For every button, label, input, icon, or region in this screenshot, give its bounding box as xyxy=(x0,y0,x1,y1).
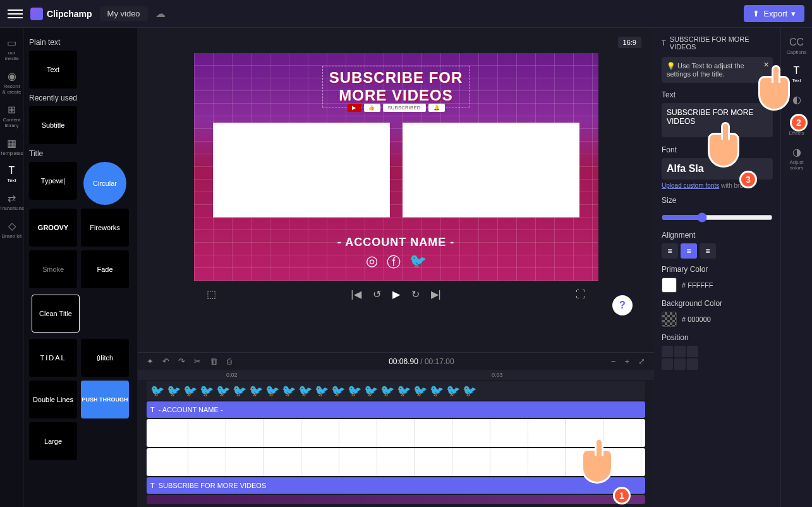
split-icon[interactable]: ⎙ xyxy=(227,357,232,366)
total-time: 00:17.00 xyxy=(425,357,454,366)
rail-transitions[interactable]: ⇄Transitions xyxy=(0,188,23,215)
preview-wrap: 16:9 SUBSCRIBE FOR MORE VIDEOS ▶ 👍 SUBSC… xyxy=(138,28,654,352)
forward-icon[interactable]: ↻ xyxy=(411,288,420,300)
rr-captions[interactable]: CCCaptions xyxy=(785,33,808,59)
track-text-account[interactable]: T - ACCOUNT NAME - xyxy=(147,401,645,418)
rail-templates[interactable]: ▦Templates xyxy=(0,133,23,160)
label-primary-color: Primary Color xyxy=(662,265,773,274)
undo-icon[interactable]: ↶ xyxy=(162,357,169,366)
rr-adjust-colors[interactable]: ◑Adjust colors xyxy=(781,142,812,174)
pos-mr[interactable] xyxy=(687,358,698,370)
rail-brand-kit[interactable]: ◇Brand kit xyxy=(0,216,23,243)
current-time: 00:06.90 xyxy=(389,357,418,366)
redo-icon[interactable]: ↷ xyxy=(178,357,185,366)
pos-tr[interactable] xyxy=(687,346,698,357)
video-placeholders xyxy=(213,123,579,217)
track-media-1[interactable] xyxy=(147,419,645,447)
preview-title-text[interactable]: SUBSCRIBE FOR MORE VIDEOS xyxy=(322,66,470,107)
preset-double-lines[interactable]: Double Lines xyxy=(29,381,77,418)
font-selector[interactable]: Alfa Sla xyxy=(662,158,773,180)
rewind-icon[interactable]: ↺ xyxy=(373,288,381,300)
track-social[interactable]: 🐦🐦🐦🐦🐦🐦🐦🐦🐦🐦🐦🐦🐦🐦🐦🐦🐦🐦🐦🐦 xyxy=(147,381,645,400)
play-icon[interactable]: ▶ xyxy=(392,288,400,300)
left-rail: ▭our media ◉Record & create ⊞Content lib… xyxy=(0,28,24,507)
preset-typewriter[interactable]: Typewr| xyxy=(29,162,77,200)
aspect-ratio-badge[interactable]: 16:9 xyxy=(618,37,641,48)
label-font: Font xyxy=(662,145,773,154)
size-slider[interactable] xyxy=(662,212,773,223)
track-background-video[interactable] xyxy=(147,495,645,504)
label-size: Size xyxy=(662,196,773,205)
preset-text[interactable]: Text xyxy=(29,51,77,89)
text-icon: T xyxy=(9,165,15,176)
skip-forward-icon[interactable]: ▶| xyxy=(431,288,441,300)
preset-large[interactable]: Large xyxy=(29,422,77,460)
pos-tc[interactable] xyxy=(674,346,686,357)
skip-back-icon[interactable]: |◀ xyxy=(351,288,361,300)
adjust-icon: ◑ xyxy=(792,146,801,158)
position-grid xyxy=(662,346,773,370)
video-title-input[interactable]: My video xyxy=(100,6,148,21)
text-content-input[interactable] xyxy=(662,103,773,137)
chevron-down-icon: ▾ xyxy=(791,9,796,18)
fit-icon[interactable]: ⤢ xyxy=(638,357,645,366)
crop-icon[interactable]: ⬚ xyxy=(207,288,216,300)
preset-smoke[interactable]: Smoke xyxy=(29,250,77,288)
cloud-sync-icon: ☁ xyxy=(155,8,166,20)
transitions-icon: ⇄ xyxy=(8,192,16,204)
align-left-button[interactable]: ≡ xyxy=(662,243,678,259)
zoom-out-icon[interactable]: − xyxy=(611,357,616,366)
preset-tidal[interactable]: TIDAL xyxy=(29,339,77,377)
primary-color-swatch[interactable] xyxy=(662,278,677,293)
rail-text[interactable]: TText xyxy=(0,161,23,187)
primary-color-hex: # FFFFFF xyxy=(682,281,713,289)
preset-glitch[interactable]: ꞬIitch xyxy=(81,339,129,377)
fullscreen-icon[interactable]: ⛶ xyxy=(576,289,586,300)
export-button[interactable]: ⬆ Export ▾ xyxy=(744,5,804,22)
preset-fireworks[interactable]: Fireworks xyxy=(81,209,129,247)
pos-mc[interactable] xyxy=(674,358,686,370)
rail-content-library[interactable]: ⊞Content library xyxy=(0,100,23,132)
subscribed-badge: SUBSCRIBED xyxy=(382,104,425,112)
close-tip-icon[interactable]: ✕ xyxy=(763,61,769,69)
timeline-ruler[interactable]: 0:02 0:03 xyxy=(138,370,654,380)
track-media-2[interactable] xyxy=(147,448,645,476)
account-name-text[interactable]: - ACCOUNT NAME - xyxy=(337,236,454,249)
align-center-button[interactable]: ≡ xyxy=(681,243,697,259)
preset-fade[interactable]: Fade xyxy=(81,250,129,288)
rr-text[interactable]: TText xyxy=(791,61,803,87)
bg-color-swatch[interactable] xyxy=(662,312,677,327)
magic-icon[interactable]: ✦ xyxy=(147,357,154,366)
text-type-icon: T xyxy=(662,39,666,47)
upload-fonts-link[interactable]: Upload custom fonts xyxy=(662,182,719,189)
preset-clean-title[interactable]: Clean Title xyxy=(32,295,80,333)
help-button[interactable]: ? xyxy=(612,295,633,315)
brand[interactable]: Clipchamp xyxy=(30,8,92,20)
filters-icon: ◐ xyxy=(792,94,801,106)
cut-icon[interactable]: ✂ xyxy=(194,357,201,366)
preset-groovy[interactable]: GROOVY xyxy=(29,209,77,247)
video-preview[interactable]: SUBSCRIBE FOR MORE VIDEOS ▶ 👍 SUBSCRIBED… xyxy=(194,53,598,281)
rail-record[interactable]: ◉Record & create xyxy=(0,66,23,99)
pos-ml[interactable] xyxy=(662,358,673,370)
label-text: Text xyxy=(662,90,773,99)
align-right-button[interactable]: ≡ xyxy=(700,243,716,259)
rr-filters[interactable]: ◐ xyxy=(791,90,803,111)
twitter-icon: 🐦 xyxy=(409,253,427,272)
youtube-icon: ▶ xyxy=(347,104,361,112)
preset-circular[interactable]: Circular xyxy=(83,162,126,205)
preset-subtitle[interactable]: Subtitle xyxy=(29,106,77,144)
rr-effects[interactable]: ✦Effects xyxy=(787,113,805,140)
preset-push-through[interactable]: PUSH THROUGH xyxy=(81,381,129,418)
timeline-area: ✦ ↶ ↷ ✂ 🗑 ⎙ 00:06.90 / 00:17.00 − + ⤢ 0:… xyxy=(138,352,654,507)
zoom-in-icon[interactable]: + xyxy=(624,357,629,366)
rail-your-media[interactable]: ▭our media xyxy=(0,33,23,65)
library-icon: ⊞ xyxy=(8,104,16,116)
pos-tl[interactable] xyxy=(662,346,673,357)
menu-button[interactable] xyxy=(8,6,23,21)
text-track-icon: T xyxy=(150,482,155,489)
track-text-subscribe[interactable]: T SUBSCRIBE FOR MORE VIDEOS xyxy=(147,477,645,494)
section-recent: Recently used xyxy=(29,94,132,102)
lightbulb-icon: 💡 xyxy=(667,62,676,70)
delete-icon[interactable]: 🗑 xyxy=(210,357,218,366)
